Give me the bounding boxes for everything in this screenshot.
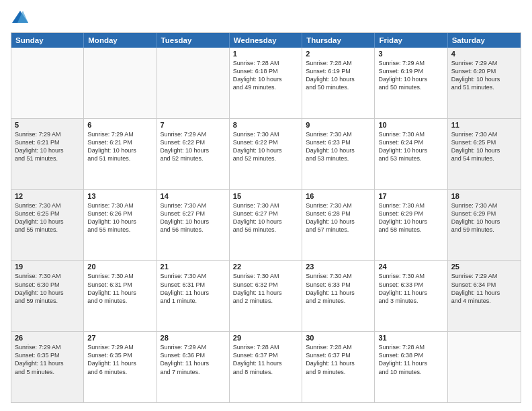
cell-info: Sunrise: 7:30 AM Sunset: 6:25 PM Dayligh… — [451, 130, 517, 163]
day-number: 5 — [15, 121, 80, 129]
calendar-cell-3-2: 21Sunrise: 7:30 AM Sunset: 6:31 PM Dayli… — [157, 261, 230, 331]
day-of-week-tuesday: Tuesday — [157, 33, 230, 48]
cell-info: Sunrise: 7:30 AM Sunset: 6:23 PM Dayligh… — [306, 130, 371, 163]
calendar-cell-0-5: 3Sunrise: 7:29 AM Sunset: 6:19 PM Daylig… — [375, 48, 447, 118]
calendar-cell-1-3: 8Sunrise: 7:30 AM Sunset: 6:22 PM Daylig… — [230, 119, 302, 189]
day-of-week-sunday: Sunday — [11, 33, 84, 48]
calendar-row-1: 5Sunrise: 7:29 AM Sunset: 6:21 PM Daylig… — [11, 118, 521, 189]
cell-info: Sunrise: 7:30 AM Sunset: 6:33 PM Dayligh… — [378, 272, 443, 305]
page: SundayMondayTuesdayWednesdayThursdayFrid… — [0, 0, 532, 411]
cell-info: Sunrise: 7:30 AM Sunset: 6:29 PM Dayligh… — [451, 201, 517, 234]
cell-info: Sunrise: 7:29 AM Sunset: 6:22 PM Dayligh… — [161, 130, 226, 163]
calendar-cell-1-4: 9Sunrise: 7:30 AM Sunset: 6:23 PM Daylig… — [302, 119, 375, 189]
calendar-cell-4-2: 28Sunrise: 7:29 AM Sunset: 6:36 PM Dayli… — [157, 332, 230, 402]
day-of-week-saturday: Saturday — [448, 33, 521, 48]
day-number: 14 — [161, 192, 226, 200]
day-number: 15 — [233, 192, 298, 200]
calendar-cell-2-3: 15Sunrise: 7:30 AM Sunset: 6:27 PM Dayli… — [230, 190, 302, 261]
calendar-cell-2-2: 14Sunrise: 7:30 AM Sunset: 6:27 PM Dayli… — [157, 190, 230, 261]
calendar-cell-2-0: 12Sunrise: 7:30 AM Sunset: 6:25 PM Dayli… — [11, 190, 84, 261]
calendar-cell-0-0 — [11, 48, 84, 118]
day-number: 28 — [161, 334, 226, 342]
cell-info: Sunrise: 7:29 AM Sunset: 6:35 PM Dayligh… — [87, 343, 152, 376]
day-number: 8 — [233, 121, 298, 129]
calendar-cell-1-1: 6Sunrise: 7:29 AM Sunset: 6:21 PM Daylig… — [84, 119, 157, 189]
calendar: SundayMondayTuesdayWednesdayThursdayFrid… — [11, 32, 521, 403]
day-number: 7 — [161, 121, 226, 129]
header — [11, 8, 521, 27]
day-number: 1 — [233, 50, 298, 58]
calendar-row-2: 12Sunrise: 7:30 AM Sunset: 6:25 PM Dayli… — [11, 189, 521, 261]
cell-info: Sunrise: 7:29 AM Sunset: 6:20 PM Dayligh… — [451, 59, 517, 92]
cell-info: Sunrise: 7:30 AM Sunset: 6:32 PM Dayligh… — [233, 272, 298, 305]
day-number: 31 — [378, 334, 443, 342]
cell-info: Sunrise: 7:30 AM Sunset: 6:24 PM Dayligh… — [378, 130, 443, 163]
calendar-row-4: 26Sunrise: 7:29 AM Sunset: 6:35 PM Dayli… — [11, 331, 521, 402]
day-number: 29 — [233, 334, 298, 342]
cell-info: Sunrise: 7:30 AM Sunset: 6:26 PM Dayligh… — [87, 201, 152, 234]
cell-info: Sunrise: 7:29 AM Sunset: 6:36 PM Dayligh… — [161, 343, 226, 376]
cell-info: Sunrise: 7:28 AM Sunset: 6:38 PM Dayligh… — [378, 343, 443, 376]
calendar-cell-3-4: 23Sunrise: 7:30 AM Sunset: 6:33 PM Dayli… — [302, 261, 375, 331]
calendar-cell-4-5: 31Sunrise: 7:28 AM Sunset: 6:38 PM Dayli… — [375, 332, 447, 402]
calendar-cell-0-6: 4Sunrise: 7:29 AM Sunset: 6:20 PM Daylig… — [448, 48, 521, 118]
calendar-row-0: 1Sunrise: 7:28 AM Sunset: 6:18 PM Daylig… — [11, 48, 521, 118]
day-number: 6 — [87, 121, 152, 129]
cell-info: Sunrise: 7:29 AM Sunset: 6:34 PM Dayligh… — [451, 272, 517, 305]
calendar-cell-1-2: 7Sunrise: 7:29 AM Sunset: 6:22 PM Daylig… — [157, 119, 230, 189]
calendar-body: 1Sunrise: 7:28 AM Sunset: 6:18 PM Daylig… — [11, 48, 521, 402]
cell-info: Sunrise: 7:29 AM Sunset: 6:21 PM Dayligh… — [87, 130, 152, 163]
cell-info: Sunrise: 7:30 AM Sunset: 6:28 PM Dayligh… — [306, 201, 371, 234]
calendar-cell-4-0: 26Sunrise: 7:29 AM Sunset: 6:35 PM Dayli… — [11, 332, 84, 402]
cell-info: Sunrise: 7:29 AM Sunset: 6:21 PM Dayligh… — [15, 130, 80, 163]
day-number: 21 — [161, 263, 226, 271]
cell-info: Sunrise: 7:28 AM Sunset: 6:18 PM Dayligh… — [233, 59, 298, 92]
day-number: 23 — [306, 263, 371, 271]
calendar-cell-4-4: 30Sunrise: 7:28 AM Sunset: 6:37 PM Dayli… — [302, 332, 375, 402]
calendar-cell-4-3: 29Sunrise: 7:28 AM Sunset: 6:37 PM Dayli… — [230, 332, 302, 402]
day-number: 11 — [451, 121, 517, 129]
day-number: 22 — [233, 263, 298, 271]
calendar-cell-2-1: 13Sunrise: 7:30 AM Sunset: 6:26 PM Dayli… — [84, 190, 157, 261]
calendar-cell-3-6: 25Sunrise: 7:29 AM Sunset: 6:34 PM Dayli… — [448, 261, 521, 331]
cell-info: Sunrise: 7:30 AM Sunset: 6:31 PM Dayligh… — [87, 272, 152, 305]
day-number: 3 — [378, 50, 443, 58]
cell-info: Sunrise: 7:30 AM Sunset: 6:30 PM Dayligh… — [15, 272, 80, 305]
cell-info: Sunrise: 7:30 AM Sunset: 6:22 PM Dayligh… — [233, 130, 298, 163]
logo — [11, 8, 32, 27]
day-number: 2 — [306, 50, 371, 58]
cell-info: Sunrise: 7:30 AM Sunset: 6:27 PM Dayligh… — [161, 201, 226, 234]
calendar-cell-1-5: 10Sunrise: 7:30 AM Sunset: 6:24 PM Dayli… — [375, 119, 447, 189]
day-of-week-thursday: Thursday — [302, 33, 375, 48]
cell-info: Sunrise: 7:28 AM Sunset: 6:37 PM Dayligh… — [233, 343, 298, 376]
calendar-cell-3-3: 22Sunrise: 7:30 AM Sunset: 6:32 PM Dayli… — [230, 261, 302, 331]
calendar-cell-2-6: 18Sunrise: 7:30 AM Sunset: 6:29 PM Dayli… — [448, 190, 521, 261]
calendar-cell-2-4: 16Sunrise: 7:30 AM Sunset: 6:28 PM Dayli… — [302, 190, 375, 261]
day-number: 24 — [378, 263, 443, 271]
day-number: 4 — [451, 50, 517, 58]
cell-info: Sunrise: 7:28 AM Sunset: 6:37 PM Dayligh… — [306, 343, 371, 376]
calendar-cell-1-6: 11Sunrise: 7:30 AM Sunset: 6:25 PM Dayli… — [448, 119, 521, 189]
cell-info: Sunrise: 7:30 AM Sunset: 6:29 PM Dayligh… — [378, 201, 443, 234]
day-number: 12 — [15, 192, 80, 200]
calendar-cell-3-5: 24Sunrise: 7:30 AM Sunset: 6:33 PM Dayli… — [375, 261, 447, 331]
day-number: 26 — [15, 334, 80, 342]
cell-info: Sunrise: 7:29 AM Sunset: 6:19 PM Dayligh… — [378, 59, 443, 92]
calendar-cell-1-0: 5Sunrise: 7:29 AM Sunset: 6:21 PM Daylig… — [11, 119, 84, 189]
cell-info: Sunrise: 7:30 AM Sunset: 6:27 PM Dayligh… — [233, 201, 298, 234]
day-number: 18 — [451, 192, 517, 200]
day-of-week-wednesday: Wednesday — [230, 33, 302, 48]
day-number: 9 — [306, 121, 371, 129]
calendar-cell-4-1: 27Sunrise: 7:29 AM Sunset: 6:35 PM Dayli… — [84, 332, 157, 402]
cell-info: Sunrise: 7:28 AM Sunset: 6:19 PM Dayligh… — [306, 59, 371, 92]
calendar-cell-2-5: 17Sunrise: 7:30 AM Sunset: 6:29 PM Dayli… — [375, 190, 447, 261]
calendar-cell-3-1: 20Sunrise: 7:30 AM Sunset: 6:31 PM Dayli… — [84, 261, 157, 331]
calendar-cell-4-6 — [448, 332, 521, 402]
day-number: 13 — [87, 192, 152, 200]
day-number: 16 — [306, 192, 371, 200]
day-number: 10 — [378, 121, 443, 129]
cell-info: Sunrise: 7:30 AM Sunset: 6:25 PM Dayligh… — [15, 201, 80, 234]
calendar-cell-0-1 — [84, 48, 157, 118]
day-number: 20 — [87, 263, 152, 271]
day-of-week-monday: Monday — [84, 33, 157, 48]
